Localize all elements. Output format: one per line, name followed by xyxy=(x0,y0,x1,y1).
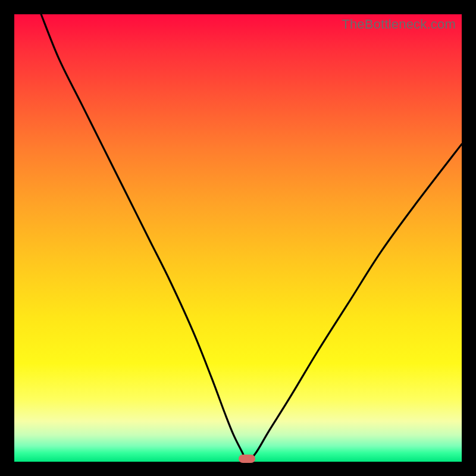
chart-frame: TheBottleneck.com xyxy=(0,0,476,476)
bottleneck-curve xyxy=(14,14,462,462)
minimum-marker xyxy=(239,455,255,463)
curve-path xyxy=(41,14,462,462)
plot-area: TheBottleneck.com xyxy=(14,14,462,462)
